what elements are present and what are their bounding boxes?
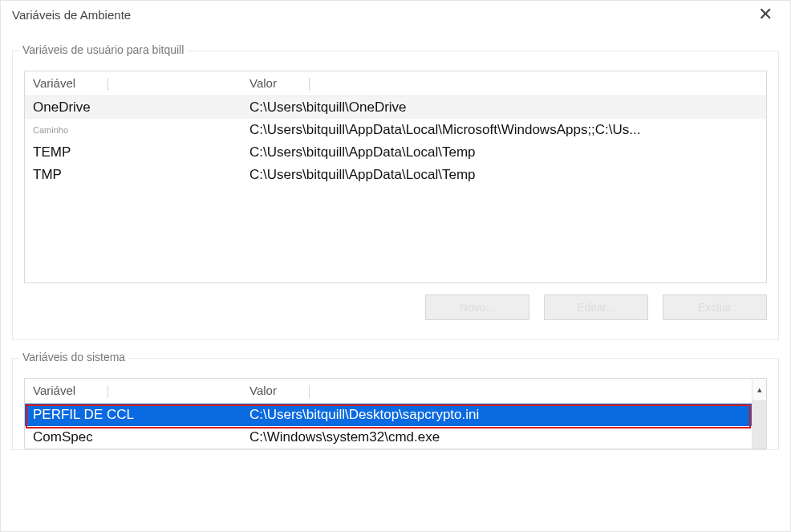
table-row[interactable]: TMPC:\Users\bitquill\AppData\Local\Temp — [25, 164, 766, 186]
cell-variable: TMP — [25, 164, 241, 186]
scrollbar-track[interactable] — [752, 401, 766, 449]
cell-variable: ComSpec — [25, 426, 241, 449]
sys-vars-legend: Variáveis do sistema — [19, 351, 128, 363]
table-row[interactable]: CaminhoC:\Users\bitquill\AppData\Local\M… — [25, 119, 766, 141]
table-row[interactable]: ComSpecC:\Windows\system32\cmd.exe — [25, 426, 766, 449]
cell-variable: OneDrive — [25, 96, 241, 120]
edit-button[interactable]: Editar... — [544, 294, 648, 320]
table-row[interactable]: PERFIL DE CCLC:\Users\bitquill\Desktop\s… — [25, 404, 766, 427]
table-row[interactable]: OneDriveC:\Users\bitquill\OneDrive — [25, 96, 766, 120]
cell-value: C:\Users\bitquill\OneDrive — [241, 96, 766, 120]
user-vars-header-value[interactable]: Valor — [241, 71, 766, 96]
cell-variable: PERFIL DE CCL — [25, 404, 241, 427]
cell-value: C:\Users\bitquill\Desktop\sapcrypto.ini — [241, 404, 766, 427]
system-variables-group: Variáveis do sistema Variável Valor PERF… — [12, 358, 779, 450]
user-vars-table[interactable]: Variável Valor OneDriveC:\Users\bitquill… — [24, 71, 767, 283]
cell-value: C:\Users\bitquill\AppData\Local\Temp — [241, 164, 766, 186]
user-vars-legend: Variáveis de usuário para bitquill — [19, 43, 187, 56]
delete-button[interactable]: Excluir — [663, 294, 767, 320]
window-title: Variáveis de Ambiente — [12, 8, 131, 22]
scroll-up-icon[interactable]: ▴ — [752, 379, 766, 401]
cell-value: C:\Users\bitquill\AppData\Local\Microsof… — [241, 119, 766, 141]
sys-vars-table[interactable]: Variável Valor PERFIL DE CCLC:\Users\bit… — [24, 378, 767, 449]
user-variables-group: Variáveis de usuário para bitquill Variá… — [12, 51, 779, 340]
table-row[interactable]: TEMPC:\Users\bitquill\AppData\Local\Temp — [25, 141, 766, 164]
user-vars-header-variable[interactable]: Variável — [25, 71, 241, 96]
sys-vars-header-value[interactable]: Valor — [241, 379, 766, 404]
sys-vars-header-variable[interactable]: Variável — [25, 379, 241, 404]
cell-variable: Caminho — [25, 119, 241, 141]
cell-value: C:\Windows\system32\cmd.exe — [241, 426, 766, 449]
cell-value: C:\Users\bitquill\AppData\Local\Temp — [241, 141, 766, 164]
cell-variable: TEMP — [25, 141, 241, 164]
close-icon[interactable]: ✕ — [752, 6, 779, 23]
new-button[interactable]: Novo... — [425, 294, 529, 320]
